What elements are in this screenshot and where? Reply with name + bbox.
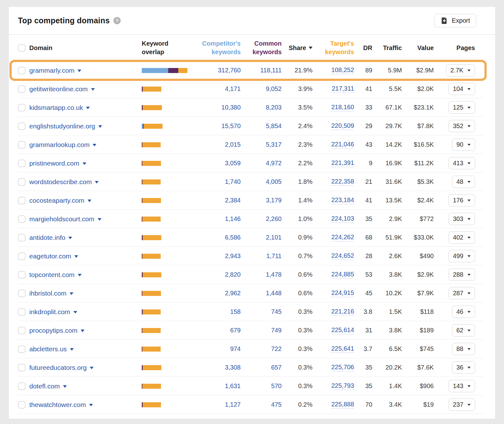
pages-dropdown[interactable]: 499 <box>449 250 475 262</box>
column-header-traffic[interactable]: Traffic <box>372 44 402 52</box>
pages-dropdown[interactable]: 176 <box>449 194 475 206</box>
domain-link[interactable]: ihbristol.com <box>29 290 73 297</box>
column-header-share[interactable]: Share <box>282 44 312 52</box>
competitors-keywords-value[interactable]: 312,760 <box>218 67 241 74</box>
targets-keywords-value[interactable]: 220,509 <box>331 122 354 130</box>
pages-dropdown[interactable]: 352 <box>449 120 475 132</box>
common-keywords-value[interactable]: 9,052 <box>266 85 282 93</box>
row-checkbox[interactable] <box>18 141 26 149</box>
pages-dropdown[interactable]: 90 <box>452 139 475 151</box>
targets-keywords-value[interactable]: 217,311 <box>332 85 354 93</box>
pages-dropdown[interactable]: 402 <box>449 231 475 244</box>
targets-keywords-value[interactable]: 225,641 <box>331 345 354 353</box>
competitors-keywords-value[interactable]: 1,740 <box>225 178 241 185</box>
common-keywords-value[interactable]: 475 <box>271 401 282 408</box>
column-header-common-keywords[interactable]: Common keywords <box>241 39 282 56</box>
common-keywords-value[interactable]: 3,179 <box>266 197 282 204</box>
column-header-dr[interactable]: DR <box>354 44 372 52</box>
row-checkbox[interactable] <box>18 308 26 316</box>
competitors-keywords-value[interactable]: 158 <box>230 308 241 315</box>
common-keywords-value[interactable]: 1,478 <box>266 271 282 278</box>
row-checkbox[interactable] <box>18 67 26 74</box>
common-keywords-value[interactable]: 2,260 <box>266 215 282 223</box>
targets-keywords-value[interactable]: 224,885 <box>331 271 354 279</box>
targets-keywords-value[interactable]: 221,216 <box>331 308 354 316</box>
pages-dropdown[interactable]: 88 <box>452 343 475 355</box>
common-keywords-value[interactable]: 2,101 <box>266 234 282 241</box>
targets-keywords-value[interactable]: 225,793 <box>331 382 354 390</box>
pages-dropdown[interactable]: 46 <box>452 306 475 318</box>
pages-dropdown[interactable]: 2.7K <box>446 64 475 76</box>
targets-keywords-value[interactable]: 225,706 <box>331 364 354 371</box>
row-checkbox[interactable] <box>18 160 26 167</box>
common-keywords-value[interactable]: 118,111 <box>260 67 282 74</box>
common-keywords-value[interactable]: 1,448 <box>266 290 282 297</box>
common-keywords-value[interactable]: 4,972 <box>266 160 282 167</box>
competitors-keywords-value[interactable]: 974 <box>230 345 241 353</box>
help-icon[interactable]: ? <box>113 17 121 24</box>
targets-keywords-value[interactable]: 221,391 <box>331 159 354 167</box>
competitors-keywords-value[interactable]: 3,059 <box>225 160 241 167</box>
pages-dropdown[interactable]: 288 <box>449 269 475 281</box>
pages-dropdown[interactable]: 303 <box>449 213 475 225</box>
targets-keywords-value[interactable]: 218,160 <box>331 104 354 111</box>
row-checkbox[interactable] <box>18 122 26 130</box>
pages-dropdown[interactable]: 287 <box>449 287 475 299</box>
select-all-checkbox[interactable] <box>18 44 26 52</box>
row-checkbox[interactable] <box>18 197 26 204</box>
column-header-targets-keywords[interactable]: Target's keywords <box>312 39 354 56</box>
targets-keywords-value[interactable]: 224,262 <box>331 234 354 241</box>
row-checkbox[interactable] <box>18 85 26 93</box>
pages-dropdown[interactable]: 143 <box>449 380 475 392</box>
domain-link[interactable]: inkdroplit.com <box>29 308 77 316</box>
domain-link[interactable]: futureeducators.org <box>29 364 94 371</box>
pages-dropdown[interactable]: 62 <box>452 324 475 336</box>
row-checkbox[interactable] <box>18 327 26 334</box>
row-checkbox[interactable] <box>18 252 26 260</box>
competitors-keywords-value[interactable]: 2,015 <box>225 141 241 148</box>
common-keywords-value[interactable]: 5,854 <box>266 122 282 130</box>
domain-link[interactable]: antidote.info <box>29 234 72 241</box>
competitors-keywords-value[interactable]: 15,570 <box>221 122 241 130</box>
competitors-keywords-value[interactable]: 679 <box>230 327 241 334</box>
domain-link[interactable]: abcletters.us <box>29 345 74 353</box>
domain-link[interactable]: wordstodescribe.com <box>29 178 99 186</box>
export-button[interactable]: Export <box>434 14 476 27</box>
domain-link[interactable]: thewatchtower.com <box>29 401 93 409</box>
common-keywords-value[interactable]: 5,317 <box>266 141 282 148</box>
row-checkbox[interactable] <box>18 215 26 223</box>
column-header-competitors-keywords[interactable]: Competitor's keywords <box>193 39 241 56</box>
targets-keywords-value[interactable]: 225,614 <box>331 326 354 334</box>
domain-link[interactable]: pristineword.com <box>29 160 86 167</box>
common-keywords-value[interactable]: 8,203 <box>266 104 282 111</box>
row-checkbox[interactable] <box>18 178 26 186</box>
competitors-keywords-value[interactable]: 3,308 <box>225 364 241 371</box>
pages-dropdown[interactable]: 125 <box>449 101 475 114</box>
competitors-keywords-value[interactable]: 2,820 <box>225 271 241 278</box>
common-keywords-value[interactable]: 745 <box>271 308 282 315</box>
column-header-pages[interactable]: Pages <box>434 44 484 52</box>
targets-keywords-value[interactable]: 224,652 <box>331 252 354 260</box>
competitors-keywords-value[interactable]: 2,943 <box>225 252 241 260</box>
competitors-keywords-value[interactable]: 2,962 <box>225 290 241 297</box>
row-checkbox[interactable] <box>18 364 26 371</box>
domain-link[interactable]: procopytips.com <box>29 327 84 334</box>
domain-link[interactable]: grammarly.com <box>29 67 81 74</box>
domain-link[interactable]: grammarlookup.com <box>29 141 96 149</box>
competitors-keywords-value[interactable]: 1,127 <box>225 401 241 408</box>
competitors-keywords-value[interactable]: 1,631 <box>225 382 241 390</box>
targets-keywords-value[interactable]: 225,888 <box>331 401 354 409</box>
domain-link[interactable]: kidsmartapp.co.uk <box>29 104 90 111</box>
pages-dropdown[interactable]: 36 <box>452 361 475 374</box>
column-header-value[interactable]: Value <box>402 44 434 52</box>
domain-link[interactable]: getitwriteonline.com <box>29 85 95 93</box>
row-checkbox[interactable] <box>18 345 26 353</box>
competitors-keywords-value[interactable]: 1,146 <box>225 215 241 223</box>
domain-link[interactable]: dotefl.com <box>29 382 67 390</box>
pages-dropdown[interactable]: 237 <box>449 399 475 411</box>
domain-link[interactable]: margieholdscourt.com <box>29 215 101 223</box>
row-checkbox[interactable] <box>18 290 26 297</box>
competitors-keywords-value[interactable]: 10,380 <box>221 104 241 111</box>
column-header-keyword-overlap[interactable]: Keyword overlap <box>142 39 193 56</box>
common-keywords-value[interactable]: 657 <box>271 364 282 371</box>
